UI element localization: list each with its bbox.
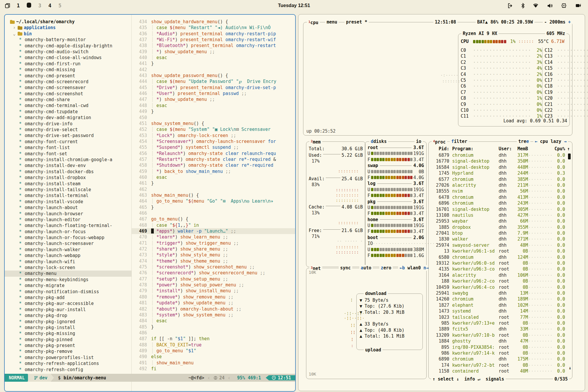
tree-file-omarchy-install-terminal[interactable]: *omarchy-install-terminal <box>9 193 131 198</box>
tree-file-omarchy-launch-walker[interactable]: *omarchy-launch-walker <box>9 247 131 253</box>
process-row-19312[interactable]: 19312kworker/u96:0-sdroot0B·········0.0 <box>431 260 570 266</box>
tree-file-omarchy-pkg-aur-install[interactable]: *omarchy-pkg-aur-install <box>9 307 131 313</box>
process-row-27026[interactable]: 27026alacrittydhh211M·········0.0 <box>431 182 570 188</box>
code-line-445[interactable]: 445│ *Drive*) present_terminal omarchy-d… <box>132 85 295 91</box>
net-interface[interactable]: ←b wlan0 n→ <box>398 265 430 271</box>
tree-toggle[interactable]: tree <box>517 139 530 144</box>
tree-file-omarchy-cmd-apple-display-brightn[interactable]: *omarchy-cmd-apple-display-brightn <box>9 43 131 49</box>
tree-file-omarchy-battery-monitor[interactable]: *omarchy-battery-monitor <box>9 37 131 43</box>
tree-file-omarchy-powerprofiles-list[interactable]: *omarchy-powerprofiles-list <box>9 355 131 361</box>
code-line-441[interactable]: 441} <box>132 61 295 66</box>
process-row-27041[interactable]: 27041btopdhh7.9M·········0.0 <box>431 230 570 236</box>
tree-file-omarchy-pkg-missing[interactable]: *omarchy-pkg-missing <box>9 331 131 336</box>
tree-file-omarchy-font-list[interactable]: *omarchy-font-list <box>9 145 131 151</box>
tree-file-omarchy-notification-dismiss[interactable]: *omarchy-notification-dismiss <box>9 289 131 295</box>
code-line-450[interactable]: 450 <box>132 115 295 121</box>
code-line-453[interactable]: 453│ *Lock*) omarchy-lock-screen ;; <box>132 133 295 139</box>
tree-file-omarchy-launch-about[interactable]: *omarchy-launch-about <box>9 205 131 211</box>
process-row-1827[interactable]: 1827elephantdhh102M·········0.0 <box>431 302 570 308</box>
btop-window[interactable]: 1cpu menu preset * 12:51:08 BAT▲ 86% 00:… <box>298 14 585 391</box>
code-line-444[interactable]: 444│ case $(menu "Update Password" "℘ Dr… <box>132 79 295 84</box>
code-line-471[interactable]: 471│ *trigger*) show_trigger_menu ;; <box>132 240 295 246</box>
code-line-472[interactable]: 472│ *share*) show_share_menu ;; <box>132 246 295 252</box>
code-line-469[interactable]: 469*apps*) walker -p "Launch…" ;; <box>132 228 295 234</box>
tree-file-omarchy-cmd-terminal-cwd[interactable]: *omarchy-cmd-terminal-cwd <box>9 103 131 109</box>
process-row-1023[interactable]: 1023tailscaledroot77M·········0.0 <box>431 314 570 320</box>
code-line-438[interactable]: 438│ *Bluetooth*) present_terminal omarc… <box>132 43 295 49</box>
code-line-451[interactable]: 451show_system_menu() { <box>132 121 295 126</box>
process-row-985[interactable]: 985kworker/u97:13+eroot0B·········0.0 <box>431 320 570 326</box>
process-row-16701[interactable]: 16701signal-desktopdhh305M·········0.0 <box>431 206 570 212</box>
tree-file-omarchy-font-current[interactable]: *omarchy-font-current <box>9 139 131 145</box>
code-line-463[interactable]: 463show_main_menu() { <box>132 192 295 198</box>
scroll-down-icon[interactable]: ↓ <box>569 365 571 371</box>
code-line-452[interactable]: 452│ case $(menu "System" "▣ Lock\n⊡ Scr… <box>132 126 295 132</box>
code-line-457[interactable]: 457│ *Restart*) omarchy-state clear re*-… <box>132 156 295 162</box>
code-line-440[interactable]: 440│ esac <box>132 55 295 61</box>
tree-file-omarchy-install-chromium-google-a[interactable]: *omarchy-install-chromium-google-a <box>9 157 131 163</box>
code-line-466[interactable]: 466 <box>132 210 295 216</box>
tree-file-omarchy-font-set[interactable]: *omarchy-font-set <box>9 151 131 157</box>
code-line-470[interactable]: 470│ *learn*) show_learn_menu ;; <box>132 234 295 240</box>
process-row-188[interactable]: 188kworker/u96:2-coroot0B·········0.0 <box>431 278 570 284</box>
code-line-455[interactable]: 455│ *Suspend*) systemctl suspend ;; <box>132 144 295 150</box>
tree-file-omarchy-pkg-aur-accessible[interactable]: *omarchy-pkg-aur-accessible <box>9 301 131 306</box>
code-line-481[interactable]: 481│ *update*) show_update_menu ;; <box>132 300 295 306</box>
tree-root[interactable]: ~/.local/share/omarchy <box>9 19 131 25</box>
code-line-487[interactable]: 487if [[ -n "$1" ]]; then <box>132 336 295 342</box>
process-row-16770[interactable]: 16770signal-desktopdhh350M·········0.0 <box>431 158 570 164</box>
tree-file-omarchy-dev-add-migration[interactable]: *omarchy-dev-add-migration <box>9 115 131 121</box>
code-line-446[interactable]: 446│ *User*) present_terminal passwd ;; <box>132 91 295 96</box>
tree-file-omarchy-drive-info[interactable]: *omarchy-drive-info <box>9 121 131 127</box>
process-row-6879[interactable]: 6879chromiumdhh317M·········0.0 <box>431 152 570 158</box>
tree-file-omarchy-migrate[interactable]: *omarchy-migrate <box>9 283 131 288</box>
scrollbar[interactable] <box>568 154 571 159</box>
net-auto-toggle[interactable]: auto <box>359 265 373 271</box>
tree-file-omarchy-launch-or-focus-webapp[interactable]: *omarchy-launch-or-focus-webapp <box>9 235 131 241</box>
tree-file-omarchy-drive-set-password[interactable]: *omarchy-drive-set-password <box>9 133 131 139</box>
code-line-459[interactable]: 459│ *) back_to show_main_menu ;; <box>132 169 295 174</box>
code-line-485[interactable]: 485} <box>132 324 295 330</box>
code-line-474[interactable]: 474│ *theme*) show_theme_menu ;; <box>132 258 295 264</box>
process-row-6890[interactable]: 6890chromiumdhh175M·········0.0 <box>431 356 570 362</box>
tree-file-omarchy-cmd-close-all-windows[interactable]: *omarchy-cmd-close-all-windows <box>9 55 131 61</box>
update-interval[interactable]: - 2000ms + <box>543 19 572 25</box>
code-line-473[interactable]: 473│ *style*) show_style_menu ;; <box>132 252 295 258</box>
process-row-6577[interactable]: 6577chromiumdhh385M·········0.0 <box>431 176 570 182</box>
tree-file-omarchy-pkg-install[interactable]: *omarchy-pkg-install <box>9 325 131 331</box>
process-row-895[interactable]: 895irq/80-PIXA3854:root0B·········0.0 <box>431 344 570 350</box>
code-line-482[interactable]: 482│ *about*) omarchy-launch-about ;; <box>132 306 295 312</box>
code-line-434[interactable]: 434show_update_hardware_menu() { <box>132 19 295 25</box>
code-line-454[interactable]: 454│ *Screensaver*) omarchy-launch-scree… <box>132 139 295 144</box>
code-line-458[interactable]: 458│ *Shutdown*) omarchy-state clear re*… <box>132 162 295 168</box>
tree-file-omarchy-menu-keybindings[interactable]: *omarchy-menu-keybindings <box>9 277 131 283</box>
code-line-468[interactable]: 468│ case "${1,,}" in <box>132 222 295 228</box>
process-row-13[interactable]: 13kworker/u96:1-sdroot0B·········0.0 <box>431 248 570 254</box>
tree-file-omarchy-launch-wifi[interactable]: *omarchy-launch-wifi <box>9 259 131 265</box>
code-line-436[interactable]: 436│ *Audio*) present_terminal omarchy-r… <box>132 31 295 37</box>
process-row-6896[interactable]: 6896chromiumdhh243M·········0.0 <box>431 200 570 206</box>
process-row-1885[interactable]: 1885dropboxdhh355M·········0.0 <box>431 224 570 230</box>
tree-file-omarchy-cmd-screenrecord[interactable]: *omarchy-cmd-screenrecord <box>9 79 131 85</box>
process-row-3164[interactable]: 3164alacrittydhh106M·········0.0 <box>431 272 570 278</box>
process-row-1830[interactable]: 1830walkerdhh271M·········0.0 <box>431 236 570 242</box>
file-tree[interactable]: ~/.local/share/omarchy›applications⌄bin*… <box>5 15 131 391</box>
code-line-449[interactable]: 449} <box>132 109 295 114</box>
process-row-1889[interactable]: 1889fcitx5dhh33M·········0.0 <box>431 326 570 332</box>
menu-button[interactable]: menu <box>325 19 339 25</box>
net-sync-toggle[interactable]: sync <box>339 265 352 271</box>
tree-file-omarchy-cmd-missing[interactable]: *omarchy-cmd-missing <box>9 67 131 73</box>
code-line-486[interactable]: 486 <box>132 330 295 336</box>
code-line-491[interactable]: 491│ show_main_menu <box>132 360 295 366</box>
code-line-467[interactable]: 467go_to_menu() { <box>132 216 295 222</box>
tree-file-omarchy-cmd-audio-switch[interactable]: *omarchy-cmd-audio-switch <box>9 49 131 55</box>
process-row-4135[interactable]: 4135kworker/u96:3-coroot0B·········0.0 <box>431 266 570 272</box>
process-row-1884[interactable]: 1884ghosttydhh47M·········0.0 <box>431 338 570 344</box>
tree-file-omarchy-cmd-share[interactable]: *omarchy-cmd-share <box>9 97 131 103</box>
code-line-484[interactable]: 484│ esac <box>132 318 295 324</box>
tree-dir-bin[interactable]: ⌄bin <box>9 31 131 37</box>
tree-file-omarchy-cmd-screenshot[interactable]: *omarchy-cmd-screenshot <box>9 91 131 97</box>
tree-file-omarchy-launch-browser[interactable]: *omarchy-launch-browser <box>9 211 131 217</box>
process-row-25974[interactable]: 25974swayosd-serverdhh48M·········0.0 <box>431 242 570 248</box>
tree-file-omarchy-refresh-applications[interactable]: *omarchy-refresh-applications <box>9 361 131 366</box>
